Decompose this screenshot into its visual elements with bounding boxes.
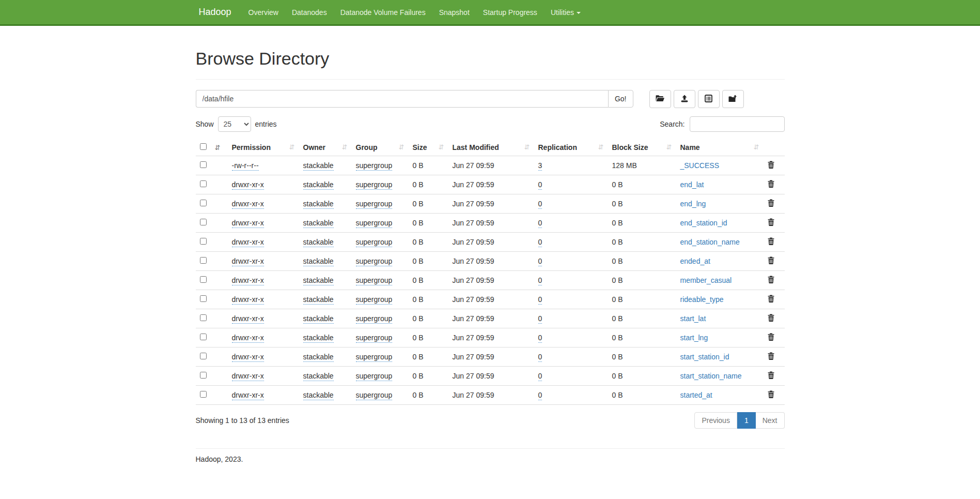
row-checkbox[interactable] xyxy=(200,372,207,379)
row-checkbox[interactable] xyxy=(200,257,207,264)
group-value[interactable]: supergroup xyxy=(356,257,393,266)
permission-value[interactable]: -rw-r--r-- xyxy=(232,161,259,171)
row-checkbox[interactable] xyxy=(200,295,207,302)
create-directory-button[interactable] xyxy=(649,90,671,108)
nav-item-snapshot[interactable]: Snapshot xyxy=(432,0,476,25)
permission-value[interactable]: drwxr-xr-x xyxy=(232,219,264,228)
upload-files-button[interactable] xyxy=(674,90,695,108)
navbar-brand[interactable]: Hadoop xyxy=(196,7,235,18)
permission-value[interactable]: drwxr-xr-x xyxy=(232,200,264,209)
group-value[interactable]: supergroup xyxy=(356,219,393,228)
file-name-link[interactable]: start_station_name xyxy=(680,372,742,380)
replication-value[interactable]: 0 xyxy=(538,200,542,209)
file-name-link[interactable]: rideable_type xyxy=(680,295,724,304)
owner-value[interactable]: stackable xyxy=(303,257,334,266)
delete-button[interactable] xyxy=(768,237,774,245)
group-value[interactable]: supergroup xyxy=(356,200,393,209)
owner-value[interactable]: stackable xyxy=(303,180,334,190)
nav-item-startup-progress[interactable]: Startup Progress xyxy=(476,0,544,25)
delete-button[interactable] xyxy=(768,256,774,264)
file-name-link[interactable]: end_station_name xyxy=(680,238,740,246)
permission-value[interactable]: drwxr-xr-x xyxy=(232,238,264,247)
delete-button[interactable] xyxy=(768,276,774,283)
delete-button[interactable] xyxy=(768,199,774,207)
permission-value[interactable]: drwxr-xr-x xyxy=(232,276,264,285)
replication-value[interactable]: 3 xyxy=(538,161,542,171)
select-all-checkbox[interactable] xyxy=(200,143,207,150)
delete-button[interactable] xyxy=(768,333,774,341)
delete-button[interactable] xyxy=(768,314,774,322)
delete-button[interactable] xyxy=(768,390,774,398)
row-checkbox[interactable] xyxy=(200,314,207,321)
replication-value[interactable]: 0 xyxy=(538,314,542,324)
replication-value[interactable]: 0 xyxy=(538,334,542,343)
sort-asc-icon[interactable]: ⇵ xyxy=(214,144,220,152)
file-name-link[interactable]: end_station_id xyxy=(680,219,727,227)
header-name[interactable]: Name⇵ xyxy=(676,139,764,156)
replication-value[interactable]: 0 xyxy=(538,391,542,400)
file-name-link[interactable]: member_casual xyxy=(680,276,732,284)
delete-button[interactable] xyxy=(768,371,774,379)
row-checkbox[interactable] xyxy=(200,353,207,359)
row-checkbox[interactable] xyxy=(200,219,207,225)
row-checkbox[interactable] xyxy=(200,276,207,283)
replication-value[interactable]: 0 xyxy=(538,219,542,228)
pagination-previous[interactable]: Previous xyxy=(694,412,737,429)
owner-value[interactable]: stackable xyxy=(303,334,334,343)
owner-value[interactable]: stackable xyxy=(303,295,334,305)
page-size-select[interactable]: 25 xyxy=(218,116,251,132)
group-value[interactable]: supergroup xyxy=(356,161,393,171)
delete-button[interactable] xyxy=(768,218,774,226)
permission-value[interactable]: drwxr-xr-x xyxy=(232,257,264,266)
nav-item-overview[interactable]: Overview xyxy=(242,0,285,25)
row-checkbox[interactable] xyxy=(200,391,207,398)
owner-value[interactable]: stackable xyxy=(303,200,334,209)
pagination-page-1[interactable]: 1 xyxy=(737,412,756,429)
row-checkbox[interactable] xyxy=(200,238,207,245)
row-checkbox[interactable] xyxy=(200,161,207,168)
file-name-link[interactable]: started_at xyxy=(680,391,712,399)
owner-value[interactable]: stackable xyxy=(303,276,334,285)
row-checkbox[interactable] xyxy=(200,180,207,187)
group-value[interactable]: supergroup xyxy=(356,372,393,381)
cut-paste-button[interactable] xyxy=(698,90,720,108)
row-checkbox[interactable] xyxy=(200,334,207,340)
delete-button[interactable] xyxy=(768,352,774,360)
delete-button[interactable] xyxy=(768,161,774,169)
move-to-trash-toggle-button[interactable] xyxy=(722,90,744,108)
header-owner[interactable]: Owner⇵ xyxy=(299,139,352,156)
pagination-next[interactable]: Next xyxy=(756,412,785,429)
group-value[interactable]: supergroup xyxy=(356,238,393,247)
permission-value[interactable]: drwxr-xr-x xyxy=(232,180,264,190)
permission-value[interactable]: drwxr-xr-x xyxy=(232,353,264,362)
header-size[interactable]: Size⇵ xyxy=(409,139,448,156)
group-value[interactable]: supergroup xyxy=(356,314,393,324)
go-button[interactable]: Go! xyxy=(608,90,633,108)
replication-value[interactable]: 0 xyxy=(538,372,542,381)
nav-item-utilities-dropdown[interactable]: Utilities xyxy=(544,0,587,25)
nav-item-datanode-volume-failures[interactable]: Datanode Volume Failures xyxy=(334,0,432,25)
file-name-link[interactable]: end_lng xyxy=(680,200,706,208)
group-value[interactable]: supergroup xyxy=(356,276,393,285)
owner-value[interactable]: stackable xyxy=(303,391,334,400)
header-select-all[interactable]: ⇵ xyxy=(196,139,228,156)
file-name-link[interactable]: start_lat xyxy=(680,314,706,323)
replication-value[interactable]: 0 xyxy=(538,353,542,362)
file-name-link[interactable]: start_lng xyxy=(680,334,708,342)
delete-button[interactable] xyxy=(768,180,774,188)
permission-value[interactable]: drwxr-xr-x xyxy=(232,372,264,381)
replication-value[interactable]: 0 xyxy=(538,257,542,266)
owner-value[interactable]: stackable xyxy=(303,372,334,381)
file-name-link[interactable]: _SUCCESS xyxy=(680,161,719,170)
replication-value[interactable]: 0 xyxy=(538,180,542,190)
replication-value[interactable]: 0 xyxy=(538,295,542,305)
file-name-link[interactable]: ended_at xyxy=(680,257,710,265)
owner-value[interactable]: stackable xyxy=(303,238,334,247)
nav-item-datanodes[interactable]: Datanodes xyxy=(285,0,334,25)
table-search-input[interactable] xyxy=(690,116,785,132)
owner-value[interactable]: stackable xyxy=(303,219,334,228)
row-checkbox[interactable] xyxy=(200,200,207,206)
owner-value[interactable]: stackable xyxy=(303,314,334,324)
group-value[interactable]: supergroup xyxy=(356,353,393,362)
permission-value[interactable]: drwxr-xr-x xyxy=(232,334,264,343)
